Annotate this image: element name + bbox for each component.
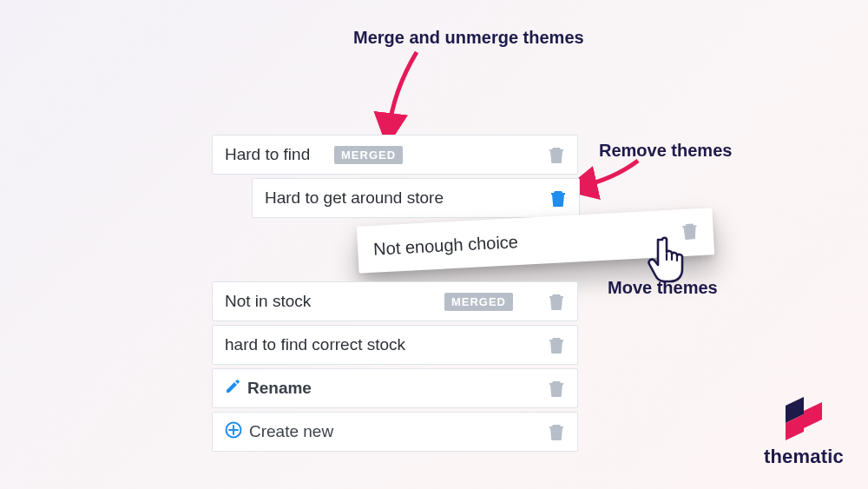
create-new-row[interactable]: Create new (212, 412, 578, 452)
logo-text: thematic (764, 446, 844, 468)
theme-row[interactable]: hard to find correct stock (212, 325, 578, 365)
theme-row[interactable]: Hard to find MERGED (212, 135, 578, 175)
trash-icon[interactable] (548, 292, 565, 311)
theme-row[interactable]: Hard to get around store (252, 178, 580, 218)
rename-label: Rename (247, 379, 548, 398)
trash-icon[interactable] (548, 422, 565, 441)
theme-label: hard to find correct stock (225, 335, 548, 354)
arrow-remove (573, 156, 660, 208)
brand-logo: thematic (764, 395, 844, 468)
annotation-merge: Merge and unmerge themes (353, 28, 584, 48)
pencil-icon (225, 379, 240, 399)
theme-label: Not in stock (225, 292, 444, 311)
trash-icon[interactable] (549, 188, 567, 208)
logo-icon (773, 395, 834, 440)
plus-circle-icon (225, 421, 242, 443)
trash-icon[interactable] (548, 379, 565, 398)
theme-label: Hard to get around store (265, 188, 549, 208)
merged-badge: MERGED (334, 146, 403, 164)
merged-badge: MERGED (444, 293, 513, 311)
trash-icon[interactable] (548, 145, 565, 164)
trash-icon[interactable] (548, 335, 565, 354)
rename-row[interactable]: Rename (212, 368, 578, 408)
theme-label: Not enough choice (373, 223, 683, 260)
pointer-cursor-icon (648, 235, 691, 288)
arrow-merge (365, 48, 477, 143)
create-new-label: Create new (249, 422, 548, 441)
theme-row[interactable]: Not in stock MERGED (212, 281, 578, 321)
